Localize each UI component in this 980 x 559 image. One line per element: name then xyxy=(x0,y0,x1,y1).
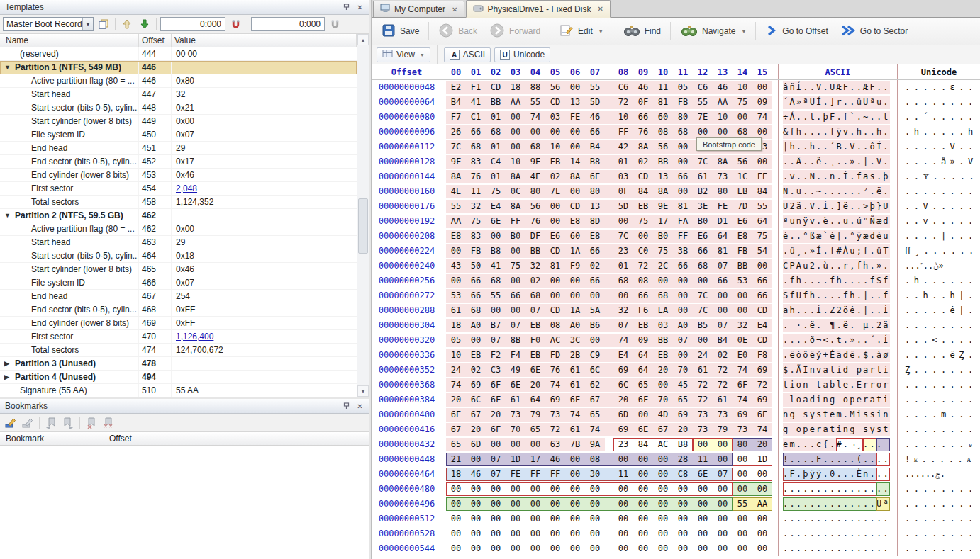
hex-byte[interactable]: 68 xyxy=(525,288,545,303)
hex-byte[interactable]: 00 xyxy=(613,288,633,303)
hex-byte[interactable]: 00 xyxy=(633,467,653,482)
hex-byte[interactable]: E8 xyxy=(565,214,585,229)
ascii-cell[interactable]: loading operati xyxy=(779,393,898,407)
hex-byte[interactable]: 00 xyxy=(673,303,693,318)
template-row[interactable]: ▶Partition 4 (Unused)494 xyxy=(0,371,357,384)
template-row[interactable]: File system ID4660x07 xyxy=(0,276,357,290)
hex-byte[interactable]: 00 xyxy=(585,497,605,512)
hex-byte[interactable]: 18 xyxy=(446,467,466,482)
hex-byte[interactable]: 55 xyxy=(733,497,752,512)
hex-byte[interactable]: 00 xyxy=(545,512,565,526)
hex-byte[interactable]: FD xyxy=(545,348,565,363)
tab-close-icon[interactable]: ✕ xyxy=(452,6,457,13)
hex-byte[interactable]: 00 xyxy=(545,125,565,140)
edit-button[interactable]: Edit ▼ xyxy=(554,21,609,43)
hex-byte[interactable]: 00 xyxy=(673,140,693,154)
scrollbar-track[interactable] xyxy=(357,45,369,385)
goto-offset-button[interactable]: Go to Offset xyxy=(759,21,833,43)
hex-byte[interactable]: 3E xyxy=(693,199,713,214)
hex-byte[interactable]: CD xyxy=(565,199,585,214)
hex-byte[interactable]: 00 xyxy=(693,482,713,497)
hex-byte[interactable]: 00 xyxy=(525,526,545,541)
hex-byte[interactable]: 20 xyxy=(613,393,633,407)
hex-byte[interactable]: A0 xyxy=(565,318,585,333)
hex-byte[interactable]: 11 xyxy=(693,452,713,467)
hex-byte[interactable]: 62 xyxy=(585,378,605,393)
unicode-cell[interactable]: .....ԑ.. xyxy=(898,80,980,95)
hex-byte[interactable]: 08 xyxy=(585,452,605,467)
hex-byte[interactable]: C1 xyxy=(466,110,486,125)
hex-byte[interactable]: 00 xyxy=(565,541,585,556)
template-row[interactable]: Active partition flag (80 = ...4620x00 xyxy=(0,222,357,236)
ascii-cell[interactable]: !....F.....(.... xyxy=(779,452,898,467)
hex-byte[interactable]: 00 xyxy=(693,512,713,526)
back-button[interactable]: Back xyxy=(433,21,483,43)
hex-byte[interactable]: 07 xyxy=(486,452,506,467)
hex-byte[interactable]: 0E xyxy=(733,333,752,348)
ascii-cell[interactable]: ªunÿv.è..u.ú°Ñæd xyxy=(779,214,898,229)
hex-byte[interactable]: 23 xyxy=(613,244,633,259)
hex-byte[interactable]: 00 xyxy=(713,288,733,303)
template-select[interactable]: Master Boot Record ▼ xyxy=(3,17,94,31)
hex-byte[interactable]: 00 xyxy=(752,154,772,169)
hex-byte[interactable]: 8A xyxy=(565,169,585,184)
hex-byte[interactable]: 6F xyxy=(733,378,752,393)
hex-byte[interactable]: 80 xyxy=(525,184,545,199)
unicode-cell[interactable]: !ᴇ.....ᴀ xyxy=(898,452,980,467)
hex-byte[interactable]: 5D xyxy=(585,95,605,110)
hex-byte[interactable]: 03 xyxy=(545,110,565,125)
unicode-cell[interactable]: ......ݮ. xyxy=(898,467,980,482)
hex-byte[interactable]: 00 xyxy=(466,541,486,556)
template-row[interactable]: Active partition flag (80 = ...4460x80 xyxy=(0,74,357,88)
hex-byte[interactable]: 75 xyxy=(653,244,673,259)
hex-byte[interactable]: 02 xyxy=(466,363,486,378)
column-header-name[interactable]: Name xyxy=(0,34,139,47)
hex-byte[interactable]: 6E xyxy=(752,407,772,422)
hex-byte[interactable]: EB xyxy=(633,318,653,333)
hex-byte[interactable]: 46 xyxy=(466,467,486,482)
copy-template-icon[interactable] xyxy=(96,17,111,31)
hex-byte[interactable]: 6E xyxy=(633,422,653,437)
hex-byte[interactable]: 05 xyxy=(673,80,693,95)
hex-byte[interactable]: 81 xyxy=(545,259,565,273)
hex-byte[interactable]: 66 xyxy=(466,273,486,288)
hex-byte[interactable]: F8 xyxy=(752,348,772,363)
template-row[interactable]: First sector4542,048 xyxy=(0,182,357,196)
unicode-cell[interactable]: .....ëȤ. xyxy=(898,348,980,363)
hex-byte[interactable]: 00 xyxy=(525,497,545,512)
hex-byte[interactable]: E2 xyxy=(446,80,466,95)
move-up-icon[interactable] xyxy=(119,17,135,31)
hex-byte[interactable]: 74 xyxy=(613,333,633,348)
hex-byte[interactable]: 49 xyxy=(506,363,525,378)
hex-byte[interactable]: 68 xyxy=(673,125,693,140)
hex-byte[interactable]: CD xyxy=(752,303,772,318)
hex-byte[interactable]: 76 xyxy=(633,125,653,140)
hex-byte[interactable]: 74 xyxy=(752,422,772,437)
hex-byte[interactable]: 73 xyxy=(713,169,733,184)
hex-byte[interactable]: 00 xyxy=(486,512,506,526)
template-row[interactable]: Total sectors474124,700,672 xyxy=(0,344,357,357)
hex-byte[interactable]: 00 xyxy=(545,214,565,229)
hex-byte[interactable]: 00 xyxy=(633,407,653,422)
remove-bookmark-icon[interactable] xyxy=(84,416,99,430)
hex-byte[interactable]: 20 xyxy=(446,393,466,407)
template-row[interactable]: First sector4701,126,400 xyxy=(0,330,357,344)
hex-byte[interactable]: 00 xyxy=(633,526,653,541)
template-offset-input[interactable]: 0:000 xyxy=(160,17,225,31)
hex-byte[interactable]: 7C xyxy=(613,229,633,244)
scroll-up-icon[interactable]: ▲ xyxy=(357,34,369,45)
hex-byte[interactable]: 01 xyxy=(613,154,633,169)
template-row[interactable]: Start cylinder (lower 8 bits)4650x46 xyxy=(0,263,357,276)
hex-byte[interactable]: 00 xyxy=(653,541,673,556)
hex-byte[interactable]: 73 xyxy=(693,422,713,437)
hex-byte[interactable]: 07 xyxy=(713,259,733,273)
hex-byte[interactable]: 09 xyxy=(752,95,772,110)
hex-byte[interactable]: 00 xyxy=(486,303,506,318)
hex-byte[interactable]: FB xyxy=(466,244,486,259)
column-header-offset[interactable]: Offset xyxy=(106,432,369,445)
hex-byte[interactable]: BB xyxy=(486,95,506,110)
hex-byte[interactable]: 8A xyxy=(506,169,525,184)
template-offset-input-2[interactable]: 0:000 xyxy=(251,17,325,31)
hex-byte[interactable]: 68 xyxy=(693,259,713,273)
hex-byte[interactable]: 75 xyxy=(506,259,525,273)
